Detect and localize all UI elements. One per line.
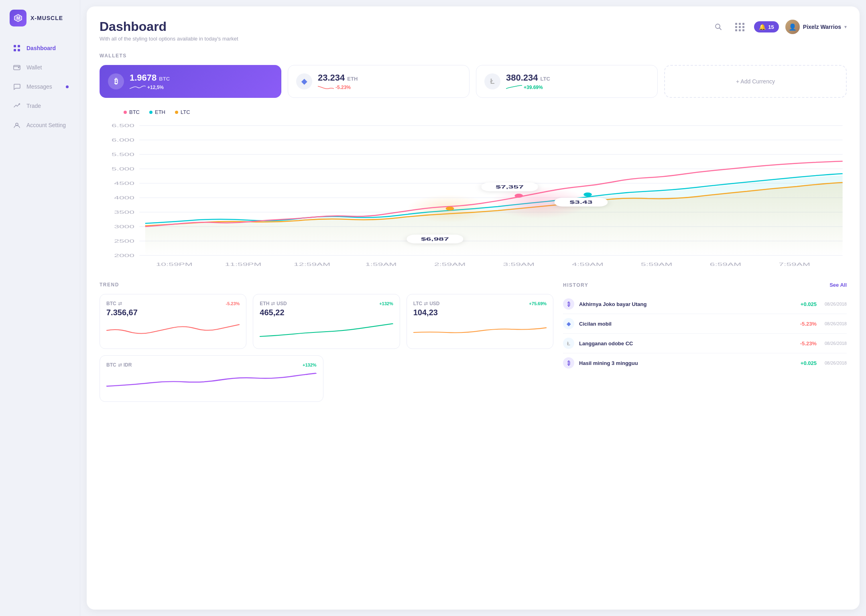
account-icon bbox=[13, 121, 21, 129]
history-date-2: 08/26/2018 bbox=[825, 341, 847, 346]
svg-text:2500: 2500 bbox=[114, 239, 134, 243]
history-date-3: 08/26/2018 bbox=[825, 361, 847, 365]
header-right: 🔔 15 👤 Pixelz Warrios ▾ bbox=[711, 19, 847, 34]
eth-amount: 23.234 ETH bbox=[318, 73, 461, 83]
page-header: Dashboard With all of the styling tool o… bbox=[100, 19, 847, 42]
account-setting-label: Account Setting bbox=[26, 122, 66, 128]
trend-btc-idr-header: BTC ⇄ IDR +132% bbox=[106, 362, 317, 368]
wallets-section: WALLETS ₿ 1.9678 BTC +12,5% bbox=[100, 53, 847, 98]
svg-point-9 bbox=[716, 24, 720, 28]
trend-eth-pair: ETH ⇄ USD bbox=[260, 301, 287, 306]
ltc-amount: 380.234 LTC bbox=[506, 73, 649, 83]
eth-wallet-info: 23.234 ETH -5.23% bbox=[318, 73, 461, 90]
ltc-legend-dot bbox=[175, 111, 178, 114]
sidebar-item-trade[interactable]: Trade bbox=[6, 97, 73, 115]
sidebar-item-account-setting[interactable]: Account Setting bbox=[6, 116, 73, 134]
history-section: HISTORY See All ₿ Akhirnya Joko bayar Ut… bbox=[563, 282, 847, 402]
user-name: Pixelz Warrios bbox=[803, 24, 841, 30]
trend-ltc-change: +75.69% bbox=[529, 301, 547, 306]
btc-legend-dot bbox=[124, 111, 127, 114]
sidebar-item-dashboard[interactable]: Dashboard bbox=[6, 39, 73, 57]
trend-eth-change: +132% bbox=[379, 301, 393, 306]
eth-legend-dot bbox=[149, 111, 152, 114]
history-coin-eth-1: ◆ bbox=[563, 318, 574, 329]
svg-text:4500: 4500 bbox=[114, 181, 134, 186]
svg-text:2000: 2000 bbox=[114, 253, 134, 258]
btc-wallet-info: 1.9678 BTC +12,5% bbox=[130, 73, 273, 90]
svg-text:$3.43: $3.43 bbox=[569, 200, 592, 205]
history-desc-2: Langganan odobe CC bbox=[579, 340, 795, 346]
history-header: HISTORY See All bbox=[563, 282, 847, 288]
sidebar-navigation: Dashboard Wallet Messages bbox=[0, 39, 80, 606]
grid-menu-button[interactable] bbox=[732, 19, 748, 34]
price-chart: 6.500 6.000 5.500 5.000 4500 4000 3500 3… bbox=[100, 118, 847, 271]
history-item-2: Ł Langganan odobe CC -5.23% 08/26/2018 bbox=[563, 334, 847, 353]
ltc-change: +39.69% bbox=[506, 85, 649, 90]
ltc-wallet-info: 380.234 LTC +39.69% bbox=[506, 73, 649, 90]
chevron-down-icon: ▾ bbox=[844, 24, 847, 30]
legend-ltc: LTC bbox=[175, 109, 190, 115]
eth-value: 23.234 bbox=[318, 73, 345, 83]
trend-section: TREND BTC ⇄ -5.23% 7.356,67 bbox=[100, 282, 553, 402]
svg-rect-3 bbox=[18, 45, 20, 47]
svg-text:11:59PM: 11:59PM bbox=[225, 262, 261, 267]
svg-text:M: M bbox=[16, 16, 20, 20]
trend-ltc-header: LTC ⇄ USD +75.69% bbox=[413, 301, 547, 306]
svg-rect-7 bbox=[18, 67, 19, 68]
ltc-coin-icon: Ł bbox=[484, 73, 500, 89]
bell-icon: 🔔 bbox=[759, 24, 766, 30]
wallet-card-btc[interactable]: ₿ 1.9678 BTC +12,5% bbox=[100, 65, 281, 98]
messages-label: Messages bbox=[26, 83, 52, 90]
svg-text:7:59AM: 7:59AM bbox=[779, 262, 810, 267]
user-profile[interactable]: 👤 Pixelz Warrios ▾ bbox=[785, 20, 847, 34]
trade-label: Trade bbox=[26, 103, 41, 109]
svg-text:4:59AM: 4:59AM bbox=[572, 262, 603, 267]
logo: M X-MUSCLE bbox=[0, 10, 80, 39]
btc-idr-sparkline bbox=[106, 369, 317, 393]
history-amount-3: +0.025 bbox=[801, 360, 817, 366]
wallets-row: ₿ 1.9678 BTC +12,5% ◆ bbox=[100, 65, 847, 98]
trend-card-btc-idr: BTC ⇄ IDR +132% bbox=[100, 355, 323, 402]
trend-btc-value: 7.356,67 bbox=[106, 308, 240, 317]
history-amount-1: -5.23% bbox=[800, 321, 817, 327]
trade-icon bbox=[13, 102, 21, 110]
eth-sparkline bbox=[260, 320, 393, 340]
legend-eth: ETH bbox=[149, 109, 165, 115]
notifications-button[interactable]: 🔔 15 bbox=[754, 21, 779, 32]
trend-cards: BTC ⇄ -5.23% 7.356,67 ETH bbox=[100, 294, 553, 349]
trend-cards-row2: BTC ⇄ IDR +132% bbox=[100, 355, 553, 402]
history-coin-ltc-2: Ł bbox=[563, 338, 574, 349]
svg-text:$6,987: $6,987 bbox=[421, 237, 449, 241]
trend-btc-header: BTC ⇄ -5.23% bbox=[106, 301, 240, 306]
svg-text:3500: 3500 bbox=[114, 210, 134, 215]
btc-sparkline bbox=[106, 320, 240, 340]
eth-ticker: ETH bbox=[347, 76, 358, 82]
btc-legend-label: BTC bbox=[129, 109, 140, 115]
wallets-label: WALLETS bbox=[100, 53, 847, 59]
search-button[interactable] bbox=[711, 19, 726, 34]
wallet-card-ltc[interactable]: Ł 380.234 LTC +39.69% bbox=[476, 65, 658, 98]
add-currency-button[interactable]: + Add Currency bbox=[664, 65, 847, 98]
exchange-icon-ltc: ⇄ bbox=[424, 301, 428, 306]
wallet-card-eth[interactable]: ◆ 23.234 ETH -5.23% bbox=[288, 65, 470, 98]
add-currency-label: + Add Currency bbox=[736, 78, 775, 85]
trend-btc-idr-pair: BTC ⇄ IDR bbox=[106, 362, 132, 368]
svg-text:5:59AM: 5:59AM bbox=[641, 262, 672, 267]
page-subtitle: With all of the styling tool options ava… bbox=[100, 36, 238, 42]
sidebar-item-messages[interactable]: Messages bbox=[6, 78, 73, 95]
trend-card-ltc: LTC ⇄ USD +75.69% 104,23 bbox=[407, 294, 553, 349]
dashboard-label: Dashboard bbox=[26, 45, 56, 51]
messages-dot bbox=[66, 85, 69, 88]
wallet-label: Wallet bbox=[26, 64, 42, 71]
svg-text:10:59PM: 10:59PM bbox=[156, 262, 193, 267]
sidebar-item-wallet[interactable]: Wallet bbox=[6, 59, 73, 76]
trend-btc-change: -5.23% bbox=[226, 301, 240, 306]
svg-text:1:59AM: 1:59AM bbox=[365, 262, 396, 267]
see-all-button[interactable]: See All bbox=[829, 282, 847, 288]
avatar: 👤 bbox=[785, 20, 800, 34]
history-item-1: ◆ Cicilan mobil -5.23% 08/26/2018 bbox=[563, 314, 847, 334]
history-title: HISTORY bbox=[563, 282, 588, 288]
svg-rect-2 bbox=[14, 45, 16, 47]
svg-point-48 bbox=[583, 192, 592, 197]
trend-btc-idr-change: +132% bbox=[303, 363, 317, 367]
